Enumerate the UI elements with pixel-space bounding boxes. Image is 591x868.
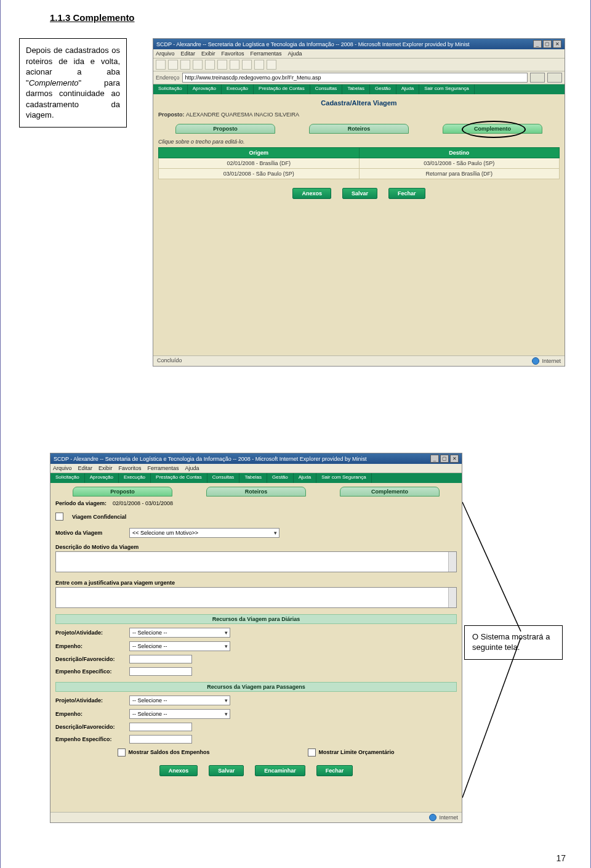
- limite-checkbox[interactable]: [308, 748, 316, 756]
- menu-item[interactable]: Ajuda: [185, 465, 199, 471]
- menu-item[interactable]: Exibir: [98, 465, 113, 471]
- sys-tab[interactable]: Execução: [119, 473, 151, 483]
- go-button[interactable]: [530, 73, 545, 83]
- window-titlebar: SCDP - Alexandre -- Secretaria de Logíst…: [153, 39, 565, 49]
- sys-tab[interactable]: Ajuda: [396, 84, 419, 94]
- favorites-icon[interactable]: [230, 60, 239, 70]
- confidencial-checkbox[interactable]: [55, 513, 63, 521]
- sys-tab[interactable]: Tabelas: [342, 84, 370, 94]
- refresh-icon[interactable]: [193, 60, 203, 70]
- sys-tab[interactable]: Prestação de Contas: [254, 84, 310, 94]
- menu-item[interactable]: Arquivo: [53, 465, 72, 471]
- tab-complemento[interactable]: Complemento: [443, 124, 542, 134]
- sys-tab[interactable]: Gestão: [267, 473, 294, 483]
- table-row[interactable]: 02/01/2008 - Brasília (DF) 03/01/2008 - …: [159, 158, 560, 169]
- minimize-icon[interactable]: _: [533, 40, 542, 48]
- anexos-button[interactable]: Anexos: [159, 765, 198, 776]
- callout-top: Depois de cadastrados os roteiros de ida…: [19, 38, 127, 128]
- minimize-icon[interactable]: _: [430, 455, 439, 463]
- history-icon[interactable]: [242, 60, 252, 70]
- confidencial-label: Viagem Confidencial: [72, 514, 126, 520]
- justificativa-textarea[interactable]: [55, 587, 457, 608]
- menu-item[interactable]: Ajuda: [288, 51, 302, 57]
- fechar-button[interactable]: Fechar: [388, 188, 425, 199]
- empenho-label: Empenho:: [55, 643, 123, 649]
- system-tabs: Solicitação Aprovação Execução Prestação…: [153, 84, 565, 94]
- svg-line-1: [462, 638, 521, 798]
- empenho-select[interactable]: -- Selecione --: [129, 709, 230, 719]
- fechar-button[interactable]: Fechar: [316, 765, 353, 776]
- sys-tab[interactable]: Gestão: [370, 84, 396, 94]
- internet-icon: [532, 357, 539, 365]
- maximize-icon[interactable]: ▢: [440, 455, 449, 463]
- home-icon[interactable]: [205, 60, 215, 70]
- address-input[interactable]: http://www.treinascdp.redegoverno.gov.br…: [182, 73, 528, 83]
- menu-item[interactable]: Favoritos: [119, 465, 142, 471]
- tab-proposto[interactable]: Proposto: [73, 487, 172, 497]
- sys-tab[interactable]: Solicitação: [50, 473, 85, 483]
- section-passagens: Recursos da Viagem para Passagens: [55, 682, 457, 692]
- sys-tab[interactable]: Sair com Segurança: [316, 473, 371, 483]
- empenho-espec-field: [129, 667, 192, 676]
- menu-item[interactable]: Ferramentas: [251, 51, 282, 57]
- sys-tab[interactable]: Execução: [222, 84, 254, 94]
- screenshot-1: SCDP - Alexandre -- Secretaria de Logíst…: [153, 38, 565, 367]
- edit-hint: Clique sobre o trecho para editá-lo.: [158, 139, 560, 145]
- status-bar: Concluído Internet: [153, 355, 565, 366]
- menu-item[interactable]: Favoritos: [222, 51, 244, 57]
- salvar-button[interactable]: Salvar: [342, 188, 377, 199]
- descricao-fav-field: [129, 655, 192, 663]
- saldos-checkbox[interactable]: [118, 748, 126, 756]
- table-row[interactable]: 03/01/2008 - São Paulo (SP) Retornar par…: [159, 169, 560, 179]
- menu-item[interactable]: Editar: [78, 465, 93, 471]
- tab-roteiros[interactable]: Roteiros: [309, 124, 409, 134]
- empenho-select[interactable]: -- Selecione --: [129, 641, 230, 651]
- close-icon[interactable]: ✕: [553, 40, 561, 48]
- search-icon[interactable]: [217, 60, 227, 70]
- back-icon[interactable]: [156, 60, 166, 70]
- proposto-line: Proposto: ALEXANDRE QUARESMA INACIO SILV…: [158, 112, 560, 118]
- print-icon[interactable]: [267, 60, 276, 70]
- motivo-select[interactable]: << Selecione um Motivo>>: [129, 528, 279, 538]
- page-number: 17: [556, 853, 566, 863]
- descricao-textarea[interactable]: [55, 551, 457, 572]
- maximize-icon[interactable]: ▢: [543, 40, 552, 48]
- menu-item[interactable]: Editar: [181, 51, 196, 57]
- sys-tab[interactable]: Prestação de Contas: [151, 473, 207, 483]
- sys-tab[interactable]: Aprovação: [85, 473, 119, 483]
- encaminhar-button[interactable]: Encaminhar: [255, 765, 305, 776]
- tab-roteiros[interactable]: Roteiros: [206, 487, 306, 497]
- sys-tab[interactable]: Aprovação: [188, 84, 222, 94]
- descricao-label: Descrição do Motivo da Viagem: [55, 544, 457, 550]
- menu-item[interactable]: Exibir: [201, 51, 215, 57]
- callout-bottom: O Sistema mostrará a seguinte tela.: [464, 625, 563, 660]
- tab-proposto[interactable]: Proposto: [175, 124, 275, 134]
- sys-tab[interactable]: Tabelas: [239, 473, 267, 483]
- section-heading: 1.1.3 Complemento: [19, 0, 572, 38]
- sys-tab[interactable]: Consultas: [207, 473, 240, 483]
- close-icon[interactable]: ✕: [450, 455, 459, 463]
- stop-icon[interactable]: [180, 60, 190, 70]
- projeto-select[interactable]: -- Selecione --: [129, 696, 230, 705]
- svg-line-0: [462, 502, 521, 631]
- status-bar: Internet: [50, 812, 462, 822]
- salvar-button[interactable]: Salvar: [209, 765, 244, 776]
- tab-complemento[interactable]: Complemento: [340, 487, 440, 497]
- links-button[interactable]: [547, 73, 562, 83]
- window-title: SCDP - Alexandre -- Secretaria de Logíst…: [156, 41, 469, 47]
- sys-tab[interactable]: Solicitação: [153, 84, 188, 94]
- anexos-button[interactable]: Anexos: [292, 188, 331, 199]
- sys-tab[interactable]: Ajuda: [294, 473, 316, 483]
- mail-icon[interactable]: [254, 60, 264, 70]
- menu-item[interactable]: Ferramentas: [148, 465, 179, 471]
- status-text: Concluído: [157, 357, 182, 365]
- projeto-select[interactable]: -- Selecione --: [129, 628, 230, 638]
- section-diarias: Recursos da Viagem para Diárias: [55, 614, 457, 624]
- forward-icon[interactable]: [168, 60, 178, 70]
- sys-tab[interactable]: Consultas: [310, 84, 343, 94]
- sys-tab[interactable]: Sair com Segurança: [419, 84, 474, 94]
- menu-item[interactable]: Arquivo: [156, 51, 175, 57]
- system-tabs: Solicitação Aprovação Execução Prestação…: [50, 473, 462, 483]
- motivo-label: Motivo da Viagem: [55, 530, 123, 536]
- projeto-label: Projeto/Atividade:: [55, 630, 123, 636]
